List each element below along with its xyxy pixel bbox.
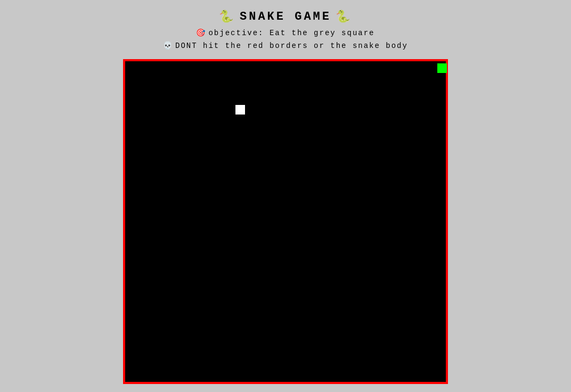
page-title: 🐍 SNAKE GAME 🐍 <box>219 10 352 24</box>
game-canvas[interactable] <box>123 59 448 384</box>
instruction-line-1: 🎯 objective: Eat the grey square <box>163 27 408 40</box>
snake-icon-right: 🐍 <box>336 10 352 24</box>
food-square <box>235 105 245 115</box>
snake-icon-left: 🐍 <box>219 10 235 24</box>
snake-head <box>437 63 447 73</box>
instructions-block: 🎯 objective: Eat the grey square 💀 DONT … <box>163 27 408 53</box>
skull-icon: 💀 <box>163 40 173 53</box>
objective-icon: 🎯 <box>196 27 206 40</box>
instruction-line-2: 💀 DONT hit the red borders or the snake … <box>163 40 408 53</box>
page-header: 🐍 SNAKE GAME 🐍 <box>219 5 352 27</box>
